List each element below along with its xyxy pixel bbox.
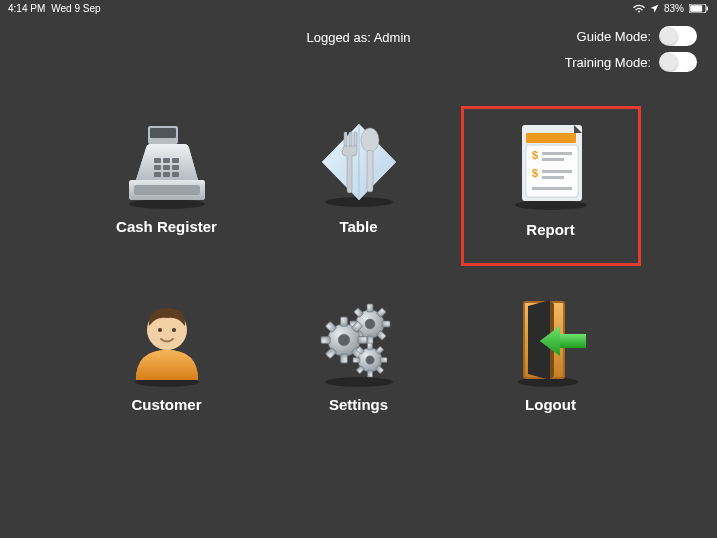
menu-label-cash-register: Cash Register — [116, 218, 217, 235]
svg-rect-35 — [532, 187, 572, 190]
settings-icon — [304, 290, 414, 390]
customer-icon — [112, 290, 222, 390]
battery-icon — [689, 4, 709, 13]
training-mode-label: Training Mode: — [565, 55, 651, 70]
svg-rect-21 — [354, 132, 357, 146]
status-time: 4:14 PM — [8, 3, 45, 14]
svg-point-22 — [361, 128, 379, 152]
svg-rect-13 — [154, 172, 161, 177]
svg-rect-23 — [367, 150, 373, 192]
training-mode-row: Training Mode: — [565, 52, 697, 72]
svg-rect-17 — [150, 128, 176, 138]
menu-item-table[interactable]: Table — [269, 106, 449, 266]
svg-rect-34 — [542, 176, 564, 179]
menu-item-settings[interactable]: Settings — [269, 284, 449, 444]
guide-mode-toggle[interactable] — [659, 26, 697, 46]
svg-rect-6 — [134, 185, 200, 195]
svg-rect-30 — [542, 152, 572, 155]
training-mode-toggle[interactable] — [659, 52, 697, 72]
svg-rect-10 — [154, 165, 161, 170]
location-icon — [650, 4, 659, 13]
svg-point-3 — [129, 199, 205, 209]
menu-item-cash-register[interactable]: Cash Register — [77, 106, 257, 266]
svg-rect-33 — [542, 170, 572, 173]
svg-point-24 — [515, 200, 587, 210]
battery-percent: 83% — [664, 3, 684, 14]
svg-rect-27 — [526, 133, 576, 143]
logged-as-label: Logged as: Admin — [306, 30, 410, 45]
svg-rect-31 — [542, 158, 564, 161]
svg-rect-7 — [154, 158, 161, 163]
menu-item-customer[interactable]: Customer — [77, 284, 257, 444]
svg-point-38 — [158, 328, 162, 332]
svg-rect-50 — [560, 334, 586, 348]
svg-rect-15 — [172, 172, 179, 177]
svg-point-40 — [325, 377, 393, 387]
menu-item-logout[interactable]: Logout — [461, 284, 641, 444]
menu-label-logout: Logout — [525, 396, 576, 413]
main-menu-grid: Cash Register — [0, 106, 717, 444]
status-bar: 4:14 PM Wed 9 Sep 83% — [0, 0, 717, 16]
svg-rect-14 — [163, 172, 170, 177]
cash-register-icon — [112, 112, 222, 212]
logout-icon — [496, 290, 606, 390]
menu-label-table: Table — [339, 218, 377, 235]
menu-label-customer: Customer — [131, 396, 201, 413]
status-date: Wed 9 Sep — [51, 3, 100, 14]
svg-rect-12 — [172, 165, 179, 170]
svg-rect-9 — [172, 158, 179, 163]
guide-mode-label: Guide Mode: — [577, 29, 651, 44]
menu-item-report[interactable]: $ $ Report — [461, 106, 641, 266]
svg-rect-1 — [690, 5, 702, 12]
wifi-icon — [633, 4, 645, 13]
svg-rect-2 — [707, 6, 709, 10]
menu-label-report: Report — [526, 221, 574, 238]
svg-text:$: $ — [532, 149, 538, 161]
svg-point-39 — [172, 328, 176, 332]
svg-rect-8 — [163, 158, 170, 163]
svg-rect-19 — [344, 132, 347, 146]
table-icon — [304, 112, 414, 212]
menu-label-settings: Settings — [329, 396, 388, 413]
svg-rect-20 — [349, 132, 352, 146]
report-icon: $ $ — [496, 115, 606, 215]
guide-mode-row: Guide Mode: — [565, 26, 697, 46]
svg-text:$: $ — [532, 167, 538, 179]
svg-rect-11 — [163, 165, 170, 170]
header-row: Logged as: Admin Guide Mode: Training Mo… — [0, 16, 717, 76]
